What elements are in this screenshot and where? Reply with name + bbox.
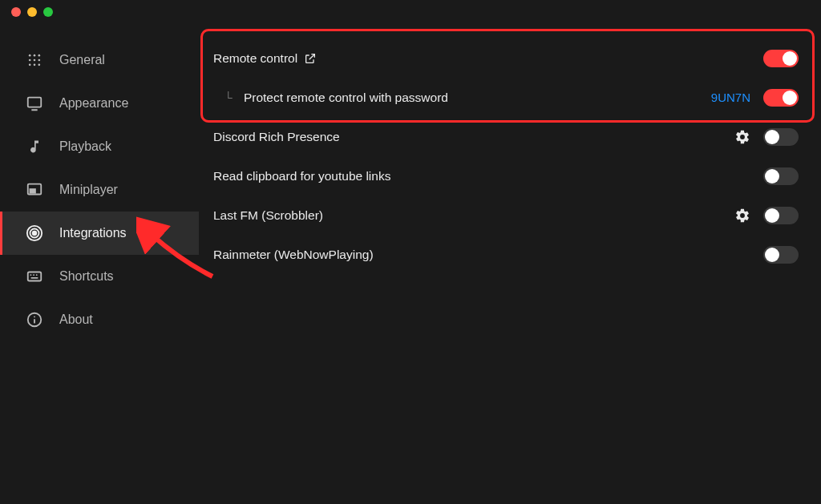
svg-point-13 [33,232,37,236]
svg-point-2 [38,54,41,57]
sidebar-item-shortcuts[interactable]: Shortcuts [0,255,199,298]
music-note-icon [26,138,43,155]
row-label: Remote control [213,51,297,66]
row-discord: Discord Rich Presence [207,117,805,156]
row-label: Protect remote control with password [244,91,448,105]
row-label: Read clipboard for youtube links [213,169,390,183]
row-label: Discord Rich Presence [213,130,340,144]
keyboard-icon [26,268,43,285]
toggle-lastfm[interactable] [763,207,799,224]
row-protect-remote: └ Protect remote control with password 9… [207,78,805,117]
maximize-window-button[interactable] [43,7,53,17]
toggle-discord[interactable] [763,128,799,146]
sidebar-item-miniplayer[interactable]: Miniplayer [0,168,199,212]
sidebar-item-label: General [59,53,105,67]
svg-rect-12 [30,189,35,193]
row-clipboard: Read clipboard for youtube links [207,156,805,196]
content-integrations: Remote control └ Protect remote control … [199,24,821,504]
svg-point-8 [38,64,41,67]
monitor-icon [26,95,43,112]
sidebar-item-appearance[interactable]: Appearance [0,82,199,125]
svg-point-0 [29,54,31,57]
remote-password-code[interactable]: 9UN7N [711,91,750,104]
sidebar-item-playback[interactable]: Playback [0,125,199,168]
svg-point-4 [34,59,36,62]
sidebar-item-label: About [59,312,93,327]
row-lastfm: Last FM (Scrobbler) [207,196,805,235]
sidebar-item-label: Playback [59,139,111,154]
sidebar-item-label: Miniplayer [59,183,118,197]
svg-point-6 [29,64,31,67]
sidebar-item-integrations[interactable]: Integrations [0,212,199,255]
row-rainmeter: Rainmeter (WebNowPlaying) [207,235,805,274]
toggle-remote-control[interactable] [763,50,799,67]
minimize-window-button[interactable] [27,7,37,17]
external-link-icon[interactable] [304,52,317,65]
broadcast-icon [26,224,43,242]
close-window-button[interactable] [11,7,21,17]
info-icon [26,311,43,329]
row-remote-control: Remote control [207,38,805,78]
sidebar-item-label: Integrations [59,226,127,240]
svg-point-3 [29,59,31,62]
titlebar [0,0,821,24]
toggle-protect-remote[interactable] [763,89,799,107]
svg-point-1 [34,54,36,57]
sidebar-item-label: Shortcuts [59,269,114,284]
toggle-rainmeter[interactable] [763,246,799,264]
sidebar-item-general[interactable]: General [0,38,199,82]
row-label: Last FM (Scrobbler) [213,208,323,223]
grid-icon [26,51,43,69]
svg-point-7 [34,64,36,67]
tree-branch-icon: └ [224,91,233,104]
sidebar: General Appearance Playback Miniplayer I [0,24,199,504]
discord-settings-button[interactable] [734,129,750,145]
svg-point-5 [38,59,41,62]
sidebar-item-label: Appearance [59,96,128,111]
pip-icon [26,181,43,199]
toggle-clipboard[interactable] [763,167,799,185]
sidebar-item-about[interactable]: About [0,298,199,341]
svg-rect-9 [28,98,42,107]
row-label: Rainmeter (WebNowPlaying) [213,248,374,262]
svg-rect-16 [28,272,42,281]
lastfm-settings-button[interactable] [734,208,750,224]
